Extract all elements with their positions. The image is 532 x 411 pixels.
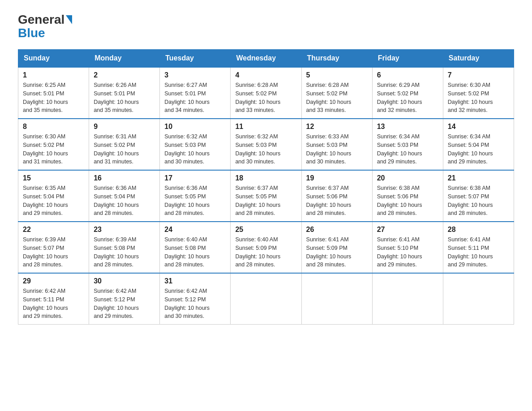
day-cell: 2 Sunrise: 6:26 AMSunset: 5:01 PMDayligh… <box>89 67 160 119</box>
day-cell: 23 Sunrise: 6:39 AMSunset: 5:08 PMDaylig… <box>89 222 160 273</box>
day-info: Sunrise: 6:33 AMSunset: 5:03 PMDaylight:… <box>306 133 368 166</box>
week-row-2: 8 Sunrise: 6:30 AMSunset: 5:02 PMDayligh… <box>18 119 514 170</box>
day-number: 21 <box>448 174 509 182</box>
day-info: Sunrise: 6:29 AMSunset: 5:02 PMDaylight:… <box>377 81 438 115</box>
day-info: Sunrise: 6:41 AMSunset: 5:11 PMDaylight:… <box>448 235 509 269</box>
day-cell: 4 Sunrise: 6:28 AMSunset: 5:02 PMDayligh… <box>231 67 301 119</box>
day-info: Sunrise: 6:36 AMSunset: 5:04 PMDaylight:… <box>94 184 155 218</box>
weekday-header-tuesday: Tuesday <box>160 50 231 68</box>
day-number: 11 <box>235 123 296 131</box>
day-info: Sunrise: 6:42 AMSunset: 5:12 PMDaylight:… <box>164 287 226 321</box>
day-number: 22 <box>23 226 84 234</box>
day-number: 1 <box>23 71 84 79</box>
day-number: 10 <box>164 123 226 131</box>
day-info: Sunrise: 6:28 AMSunset: 5:02 PMDaylight:… <box>235 81 296 115</box>
day-cell <box>301 273 372 325</box>
week-row-5: 29 Sunrise: 6:42 AMSunset: 5:11 PMDaylig… <box>18 273 514 325</box>
logo-blue-text: Blue <box>18 26 45 40</box>
day-number: 9 <box>94 123 155 131</box>
day-cell: 6 Sunrise: 6:29 AMSunset: 5:02 PMDayligh… <box>372 67 443 119</box>
day-info: Sunrise: 6:41 AMSunset: 5:09 PMDaylight:… <box>306 235 368 269</box>
day-number: 15 <box>23 174 84 182</box>
day-cell: 30 Sunrise: 6:42 AMSunset: 5:12 PMDaylig… <box>89 273 160 325</box>
day-info: Sunrise: 6:34 AMSunset: 5:04 PMDaylight:… <box>448 133 509 166</box>
day-info: Sunrise: 6:32 AMSunset: 5:03 PMDaylight:… <box>235 133 296 166</box>
day-info: Sunrise: 6:40 AMSunset: 5:08 PMDaylight:… <box>164 235 226 269</box>
week-row-1: 1 Sunrise: 6:25 AMSunset: 5:01 PMDayligh… <box>18 67 514 119</box>
day-cell <box>231 273 301 325</box>
day-cell: 19 Sunrise: 6:37 AMSunset: 5:06 PMDaylig… <box>301 170 372 222</box>
day-number: 7 <box>448 71 509 79</box>
day-info: Sunrise: 6:42 AMSunset: 5:11 PMDaylight:… <box>23 287 84 321</box>
weekday-header-row: SundayMondayTuesdayWednesdayThursdayFrid… <box>18 50 514 68</box>
day-info: Sunrise: 6:25 AMSunset: 5:01 PMDaylight:… <box>23 81 84 115</box>
day-info: Sunrise: 6:38 AMSunset: 5:07 PMDaylight:… <box>448 184 509 218</box>
day-number: 18 <box>235 174 296 182</box>
day-info: Sunrise: 6:39 AMSunset: 5:08 PMDaylight:… <box>94 235 155 269</box>
day-info: Sunrise: 6:30 AMSunset: 5:02 PMDaylight:… <box>23 133 84 166</box>
day-info: Sunrise: 6:28 AMSunset: 5:02 PMDaylight:… <box>306 81 368 115</box>
day-number: 4 <box>235 71 296 79</box>
day-info: Sunrise: 6:32 AMSunset: 5:03 PMDaylight:… <box>164 133 226 166</box>
week-row-3: 15 Sunrise: 6:35 AMSunset: 5:04 PMDaylig… <box>18 170 514 222</box>
day-cell: 24 Sunrise: 6:40 AMSunset: 5:08 PMDaylig… <box>160 222 231 273</box>
day-cell: 3 Sunrise: 6:27 AMSunset: 5:01 PMDayligh… <box>160 67 231 119</box>
day-info: Sunrise: 6:27 AMSunset: 5:01 PMDaylight:… <box>164 81 226 115</box>
day-cell: 13 Sunrise: 6:34 AMSunset: 5:03 PMDaylig… <box>372 119 443 170</box>
day-cell: 29 Sunrise: 6:42 AMSunset: 5:11 PMDaylig… <box>18 273 89 325</box>
day-number: 5 <box>306 71 368 79</box>
day-number: 24 <box>164 226 226 234</box>
week-row-4: 22 Sunrise: 6:39 AMSunset: 5:07 PMDaylig… <box>18 222 514 273</box>
day-number: 16 <box>94 174 155 182</box>
day-number: 26 <box>306 226 368 234</box>
day-number: 19 <box>306 174 368 182</box>
weekday-header-friday: Friday <box>372 50 443 68</box>
day-number: 13 <box>377 123 438 131</box>
day-number: 2 <box>94 71 155 79</box>
day-cell: 7 Sunrise: 6:30 AMSunset: 5:02 PMDayligh… <box>443 67 514 119</box>
day-number: 17 <box>164 174 226 182</box>
logo-general-text: General <box>18 13 64 26</box>
day-number: 14 <box>448 123 509 131</box>
day-cell: 20 Sunrise: 6:38 AMSunset: 5:06 PMDaylig… <box>372 170 443 222</box>
day-number: 27 <box>377 226 438 234</box>
weekday-header-wednesday: Wednesday <box>231 50 301 68</box>
day-info: Sunrise: 6:37 AMSunset: 5:06 PMDaylight:… <box>306 184 368 218</box>
day-cell: 26 Sunrise: 6:41 AMSunset: 5:09 PMDaylig… <box>301 222 372 273</box>
day-cell <box>443 273 514 325</box>
day-cell: 14 Sunrise: 6:34 AMSunset: 5:04 PMDaylig… <box>443 119 514 170</box>
calendar-table: SundayMondayTuesdayWednesdayThursdayFrid… <box>18 49 514 325</box>
day-info: Sunrise: 6:34 AMSunset: 5:03 PMDaylight:… <box>377 133 438 166</box>
day-number: 3 <box>164 71 226 79</box>
weekday-header-saturday: Saturday <box>443 50 514 68</box>
day-cell: 12 Sunrise: 6:33 AMSunset: 5:03 PMDaylig… <box>301 119 372 170</box>
day-number: 28 <box>448 226 509 234</box>
day-cell: 28 Sunrise: 6:41 AMSunset: 5:11 PMDaylig… <box>443 222 514 273</box>
day-number: 29 <box>23 277 84 285</box>
day-number: 23 <box>94 226 155 234</box>
day-cell: 5 Sunrise: 6:28 AMSunset: 5:02 PMDayligh… <box>301 67 372 119</box>
day-info: Sunrise: 6:38 AMSunset: 5:06 PMDaylight:… <box>377 184 438 218</box>
logo-arrow-icon <box>66 15 72 24</box>
day-info: Sunrise: 6:41 AMSunset: 5:10 PMDaylight:… <box>377 235 438 269</box>
logo: General Blue <box>18 13 72 40</box>
day-cell: 1 Sunrise: 6:25 AMSunset: 5:01 PMDayligh… <box>18 67 89 119</box>
day-cell: 31 Sunrise: 6:42 AMSunset: 5:12 PMDaylig… <box>160 273 231 325</box>
day-info: Sunrise: 6:30 AMSunset: 5:02 PMDaylight:… <box>448 81 509 115</box>
day-info: Sunrise: 6:42 AMSunset: 5:12 PMDaylight:… <box>94 287 155 321</box>
weekday-header-thursday: Thursday <box>301 50 372 68</box>
day-cell: 17 Sunrise: 6:36 AMSunset: 5:05 PMDaylig… <box>160 170 231 222</box>
weekday-header-monday: Monday <box>89 50 160 68</box>
day-info: Sunrise: 6:36 AMSunset: 5:05 PMDaylight:… <box>164 184 226 218</box>
day-number: 8 <box>23 123 84 131</box>
day-cell: 22 Sunrise: 6:39 AMSunset: 5:07 PMDaylig… <box>18 222 89 273</box>
day-info: Sunrise: 6:31 AMSunset: 5:02 PMDaylight:… <box>94 133 155 166</box>
day-info: Sunrise: 6:39 AMSunset: 5:07 PMDaylight:… <box>23 235 84 269</box>
day-info: Sunrise: 6:40 AMSunset: 5:09 PMDaylight:… <box>235 235 296 269</box>
day-cell: 11 Sunrise: 6:32 AMSunset: 5:03 PMDaylig… <box>231 119 301 170</box>
day-cell <box>372 273 443 325</box>
day-cell: 9 Sunrise: 6:31 AMSunset: 5:02 PMDayligh… <box>89 119 160 170</box>
day-number: 30 <box>94 277 155 285</box>
day-number: 12 <box>306 123 368 131</box>
day-cell: 27 Sunrise: 6:41 AMSunset: 5:10 PMDaylig… <box>372 222 443 273</box>
